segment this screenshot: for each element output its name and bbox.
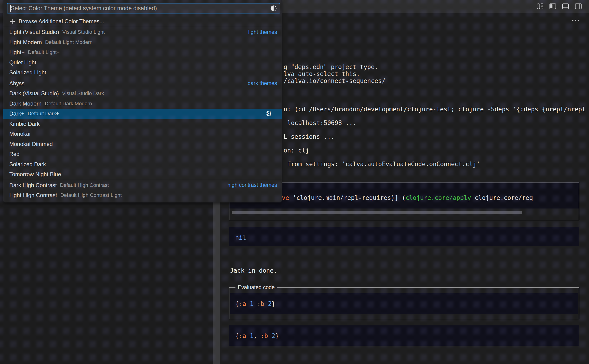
- plus-icon: [9, 18, 15, 24]
- theme-item-label: Kimbie Dark: [9, 121, 40, 127]
- input-placeholder: Select Color Theme (detect system color …: [11, 5, 268, 12]
- theme-item-label: Light Modern: [9, 39, 42, 46]
- code-token: }: [272, 300, 275, 307]
- code-token: {: [235, 300, 239, 307]
- theme-search-input[interactable]: Select Color Theme (detect system color …: [7, 3, 280, 13]
- theme-category-label: high contrast themes: [227, 182, 277, 188]
- evaluated-code-result-2: {:a 1, :b 2}: [229, 325, 579, 346]
- theme-item-dark-visual-studio[interactable]: Dark (Visual Studio)Visual Studio Dark: [3, 89, 282, 99]
- customize-layout-icon[interactable]: [536, 3, 544, 10]
- repl-output-line: on: clj: [284, 147, 586, 153]
- theme-item-browse-additional-color-themes[interactable]: Browse Additional Color Themes...: [3, 16, 282, 26]
- code-token: clojure.core/apply: [406, 194, 471, 201]
- horizontal-scrollbar-thumb[interactable]: [232, 211, 522, 214]
- more-actions-icon[interactable]: [572, 20, 579, 21]
- theme-item-red[interactable]: Red: [3, 149, 282, 159]
- code-token: clojure.core/req: [471, 194, 533, 201]
- code-token: :b: [261, 332, 268, 339]
- theme-item-monokai-dimmed[interactable]: Monokai Dimmed: [3, 139, 282, 149]
- theme-item-dark[interactable]: Dark+Default Dark+⚙: [3, 109, 282, 119]
- theme-item-abyss[interactable]: Abyssdark themes: [3, 78, 282, 89]
- theme-item-dark-high-contrast[interactable]: Dark High ContrastDefault High Contrasth…: [3, 180, 282, 190]
- theme-item-description: Default Light+: [28, 49, 59, 55]
- theme-item-description: Visual Studio Dark: [62, 91, 104, 97]
- code-token: 1: [250, 332, 254, 339]
- code-token: [264, 300, 268, 307]
- code-token: {: [235, 332, 239, 339]
- code-token: nil: [235, 234, 246, 241]
- toggle-primary-sidebar-icon[interactable]: [549, 3, 557, 10]
- gear-icon[interactable]: ⚙: [266, 110, 277, 117]
- theme-item-light[interactable]: Light+Default Light+: [3, 47, 282, 58]
- theme-item-description: Default Dark Modern: [45, 101, 92, 107]
- nil-result-box: nil: [229, 227, 579, 246]
- theme-item-description: Default High Contrast Light: [60, 192, 122, 198]
- theme-item-solarized-light[interactable]: Solarized Light: [3, 68, 282, 78]
- code-token: :b: [257, 300, 264, 307]
- evaluated-code-legend: Evaluated code: [235, 284, 277, 291]
- theme-item-label: Monokai: [9, 131, 31, 137]
- code-token: ,: [253, 332, 261, 339]
- theme-item-light-visual-studio[interactable]: Light (Visual Studio)Visual Studio Light…: [3, 27, 282, 37]
- quick-pick-separator: [3, 27, 282, 27]
- theme-item-tomorrow-night-blue[interactable]: Tomorrow Night Blue: [3, 169, 282, 180]
- theme-item-description: Default High Contrast: [60, 182, 109, 188]
- theme-item-kimbie-dark[interactable]: Kimbie Dark: [3, 119, 282, 129]
- theme-item-label: Dark (Visual Studio): [9, 90, 59, 97]
- theme-item-light-modern[interactable]: Light ModernDefault Light Modern: [3, 37, 282, 47]
- theme-item-label: Solarized Light: [9, 69, 46, 76]
- theme-item-label: Dark Modern: [9, 100, 42, 107]
- repl-output-line: g "deps.edn" project type.: [284, 64, 385, 71]
- repl-jack-in-lines: n: (cd /Users/brandon/development/clojur…: [284, 106, 586, 175]
- layout-controls: [536, 3, 582, 10]
- color-mode-half-circle-icon[interactable]: [270, 5, 277, 12]
- repl-output-line: from settings: 'calva.autoEvaluateCode.o…: [284, 161, 586, 167]
- theme-item-label: Red: [9, 151, 19, 157]
- theme-item-description: Default Dark+: [28, 111, 59, 117]
- theme-item-monokai[interactable]: Monokai: [3, 129, 282, 139]
- toggle-panel-icon[interactable]: [562, 3, 569, 10]
- code-token: [246, 300, 250, 307]
- theme-item-label: Light+: [9, 49, 25, 56]
- theme-item-quiet-light[interactable]: Quiet Light: [3, 57, 282, 68]
- jack-in-done-text: Jack-in done.: [230, 267, 277, 274]
- evaluated-code-fieldset: Evaluated code {:a 1 :b 2}: [229, 284, 579, 319]
- theme-item-label: Monokai Dimmed: [9, 141, 53, 147]
- theme-item-label: Dark+: [9, 110, 24, 117]
- code-token: }: [275, 332, 279, 339]
- theme-item-dark-modern[interactable]: Dark ModernDefault Dark Modern: [3, 98, 282, 109]
- theme-item-description: Visual Studio Light: [62, 29, 105, 35]
- quick-pick-list: Browse Additional Color Themes...Light (…: [3, 16, 282, 200]
- theme-item-label: Browse Additional Color Themes...: [19, 18, 104, 25]
- evaluating-code-line: quires (resolve 'clojure.main/repl-requi…: [229, 182, 579, 208]
- quick-pick-separator: [3, 180, 282, 180]
- toggle-secondary-sidebar-icon[interactable]: [575, 3, 582, 10]
- theme-item-label: Dark High Contrast: [9, 182, 57, 188]
- code-token: 2: [268, 300, 272, 307]
- code-token: 2: [272, 332, 275, 339]
- theme-item-label: Tomorrow Night Blue: [9, 171, 61, 178]
- code-token: :a: [239, 300, 246, 307]
- theme-item-label: Abyss: [9, 80, 24, 87]
- code-token: [253, 300, 257, 307]
- quick-pick-separator: [3, 78, 282, 78]
- code-token: :a: [239, 332, 246, 339]
- code-token: 1: [250, 300, 254, 307]
- code-token: [268, 332, 272, 339]
- repl-output-line: n: (cd /Users/brandon/development/clojur…: [284, 106, 586, 112]
- theme-category-label: dark themes: [247, 80, 277, 86]
- repl-output-line: L sessions ...: [284, 134, 586, 140]
- evaluated-code-result-1: {:a 1 :b 2}: [230, 293, 578, 314]
- code-token: [246, 332, 250, 339]
- theme-item-solarized-dark[interactable]: Solarized Dark: [3, 159, 282, 169]
- repl-output-line: localhost:50698 ...: [284, 120, 586, 126]
- theme-item-label: Light High Contrast: [9, 192, 57, 199]
- theme-item-label: Solarized Dark: [9, 161, 46, 168]
- color-theme-quick-pick: Select Color Theme (detect system color …: [3, 0, 282, 202]
- theme-item-description: Default Light Modern: [45, 39, 92, 45]
- repl-output-line: /calva.io/connect-sequences/: [284, 78, 385, 84]
- repl-output-line: lva auto-select this.: [284, 71, 385, 78]
- code-token: 'clojure.main/repl-requires)] (: [289, 194, 406, 201]
- repl-intro-lines: g "deps.edn" project type.lva auto-selec…: [284, 64, 385, 84]
- theme-item-light-high-contrast[interactable]: Light High ContrastDefault High Contrast…: [3, 190, 282, 201]
